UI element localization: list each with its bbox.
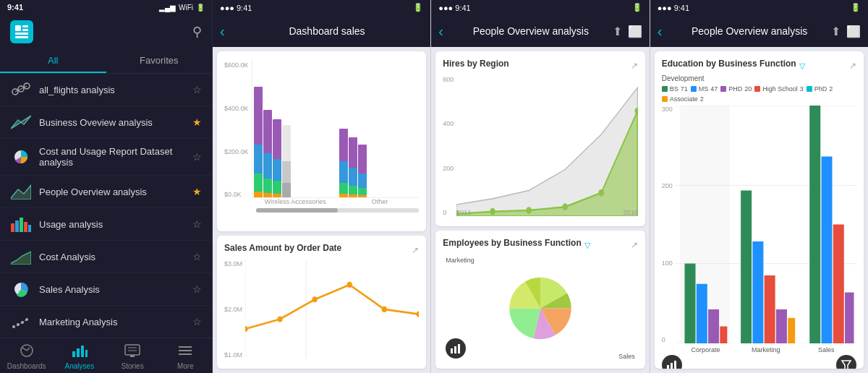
hires-y-0: 0 xyxy=(443,209,454,216)
edu-viz-button[interactable] xyxy=(662,355,682,369)
edu-y-0: 0 xyxy=(662,336,673,343)
education-subtitle: Development xyxy=(662,74,856,82)
svg-rect-76 xyxy=(821,157,832,344)
battery-3: 🔋 xyxy=(632,3,642,12)
list-item[interactable]: Sales Analysis ☆ xyxy=(0,273,212,306)
item-name-business: Business Oveview analysis xyxy=(39,117,192,128)
edu-chart-footer xyxy=(662,355,856,369)
status-icons-1: ▂▄▆ WiFi 🔋 xyxy=(159,4,205,12)
list-item[interactable]: Cost Analysis ☆ xyxy=(0,241,212,273)
chart-type-icon xyxy=(450,343,461,354)
battery-2: 🔋 xyxy=(413,3,423,12)
svg-rect-79 xyxy=(667,365,669,369)
dashboard-header: ‹ Dashboard sales xyxy=(213,15,430,47)
item-icon-people xyxy=(10,183,32,200)
education-header-icons: ⬆ ⬜ xyxy=(831,25,861,38)
expand-education-chart[interactable]: ↗ xyxy=(849,61,856,71)
present-icon-4[interactable]: ⬜ xyxy=(846,25,861,38)
viz-icon-employees[interactable] xyxy=(446,338,466,359)
bottom-nav: Dashboards Analyses xyxy=(0,338,212,373)
item-star-people[interactable]: ★ xyxy=(192,186,202,197)
svg-rect-81 xyxy=(674,361,676,369)
back-button-4[interactable]: ‹ xyxy=(658,23,663,40)
legend-value-ms: 47 xyxy=(710,85,718,93)
list-item[interactable]: Business Oveview analysis ★ xyxy=(0,106,212,139)
list-item[interactable]: People Overview analysis ★ xyxy=(0,176,212,208)
chart-scrollbar[interactable] xyxy=(256,208,419,213)
tab-all[interactable]: All xyxy=(0,49,106,73)
svg-rect-67 xyxy=(696,284,707,343)
search-button[interactable]: ⚲ xyxy=(192,24,202,40)
nav-dashboards[interactable]: Dashboards xyxy=(0,338,53,373)
legend-value-phd2: 2 xyxy=(829,85,833,93)
signal-icon: ▂▄▆ xyxy=(159,4,176,12)
expand-line-chart[interactable]: ↗ xyxy=(412,245,419,255)
svg-rect-70 xyxy=(741,191,752,344)
hires-y-400: 400 xyxy=(443,120,454,127)
legend-label-ms: MS xyxy=(699,85,709,93)
item-star-cost-analysis[interactable]: ☆ xyxy=(192,251,202,262)
more-nav-icon xyxy=(177,344,193,357)
cost-area-icon xyxy=(11,249,31,265)
svg-rect-13 xyxy=(11,223,14,232)
people-header-icons: ⬆ ⬜ xyxy=(613,25,642,38)
svg-rect-77 xyxy=(833,225,843,344)
item-star-flights[interactable]: ☆ xyxy=(192,84,202,95)
time-4: ●●● 9:41 xyxy=(658,4,689,12)
filter-icon-education[interactable]: ▽ xyxy=(799,61,805,71)
filter-icon-employees[interactable]: ▽ xyxy=(584,241,590,250)
item-icon-cost-usage xyxy=(10,148,32,166)
back-button-3[interactable]: ‹ xyxy=(438,23,443,40)
legend-phd2: PhD 2 xyxy=(807,85,833,93)
logo-icon xyxy=(14,24,30,40)
hires-chart-svg xyxy=(456,76,637,216)
expand-hires-chart[interactable]: ↗ xyxy=(631,61,638,71)
y-2m: $2.0M xyxy=(224,306,242,313)
list-item[interactable]: all_flights analysis ☆ xyxy=(0,74,212,106)
svg-rect-74 xyxy=(788,318,795,343)
item-star-business[interactable]: ★ xyxy=(192,116,202,128)
tab-favorites[interactable]: Favorites xyxy=(106,49,213,73)
list-item[interactable]: Marketing Analysis ☆ xyxy=(0,306,212,338)
item-star-sales[interactable]: ☆ xyxy=(192,283,202,295)
item-star-cost-usage[interactable]: ☆ xyxy=(192,151,202,163)
item-star-marketing[interactable]: ☆ xyxy=(192,316,202,327)
legend-label-hs: High School xyxy=(762,85,798,93)
education-bar-svg xyxy=(676,106,856,343)
share-icon-3[interactable]: ⬆ xyxy=(613,25,622,38)
nav-analyses[interactable]: Analyses xyxy=(53,338,106,373)
legend-dot-ms xyxy=(691,86,697,92)
education-panel-title: People Overview analysis xyxy=(668,25,831,37)
edu-filter-button[interactable] xyxy=(836,355,856,369)
svg-rect-75 xyxy=(809,106,820,343)
nav-stories[interactable]: Stories xyxy=(106,338,159,373)
status-bar-1: 9:41 ▂▄▆ WiFi 🔋 xyxy=(0,0,212,14)
svg-point-49 xyxy=(417,312,420,317)
pie-label-marketing: Marketing xyxy=(446,257,475,264)
list-item[interactable]: Cost and Usage Report Dataset analysis ☆ xyxy=(0,139,212,176)
battery-4: 🔋 xyxy=(851,3,861,12)
item-icon-flights xyxy=(10,81,32,98)
analyses-nav-icon xyxy=(72,344,88,357)
analyses-icon xyxy=(72,344,88,361)
back-button-2[interactable]: ‹ xyxy=(220,23,225,40)
expand-employees-chart[interactable]: ↗ xyxy=(631,240,638,250)
app-header: ⚲ xyxy=(0,14,212,49)
line-chart-svg xyxy=(245,260,419,359)
line-chart-card: Sales Amount by Order Date ↗ $3.0M $2.0M… xyxy=(217,236,426,369)
present-icon-3[interactable]: ⬜ xyxy=(628,25,642,38)
list-item[interactable]: Usage analysis ☆ xyxy=(0,208,212,241)
y-1m: $1.0M xyxy=(224,351,242,359)
svg-marker-12 xyxy=(11,185,31,200)
item-star-usage[interactable]: ☆ xyxy=(192,218,202,230)
nav-analyses-label: Analyses xyxy=(65,362,95,370)
legend-value-phd: 20 xyxy=(744,85,752,93)
svg-rect-60 xyxy=(458,344,460,353)
dashboard-panel: ●●● 9:41 🔋 ‹ Dashboard sales $600.0K $40… xyxy=(213,0,431,373)
wifi-icon: WiFi xyxy=(179,4,193,12)
marketing-icon xyxy=(11,314,31,330)
people-header: ‹ People Overview analysis ⬆ ⬜ xyxy=(431,15,649,47)
share-icon-4[interactable]: ⬆ xyxy=(831,25,841,38)
nav-more[interactable]: More xyxy=(159,338,212,373)
time-1: 9:41 xyxy=(7,3,23,12)
